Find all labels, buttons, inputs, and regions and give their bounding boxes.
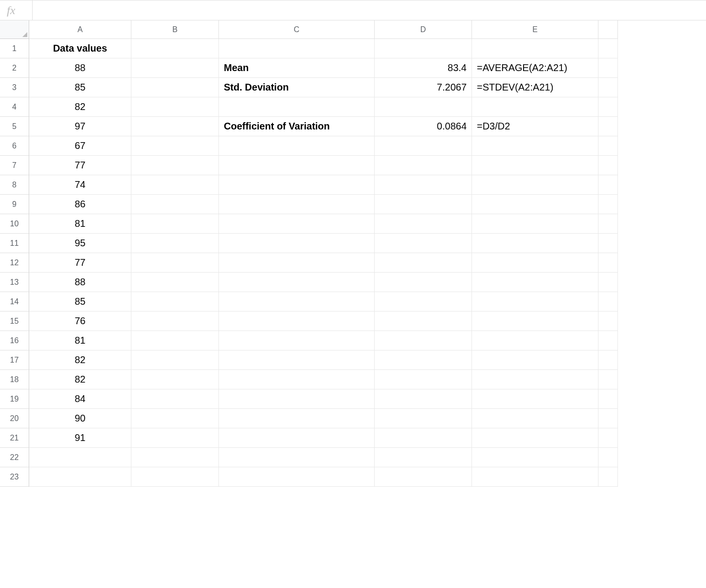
formula-input[interactable] bbox=[32, 0, 701, 20]
cell-F17[interactable] bbox=[598, 350, 618, 370]
cell-B16[interactable] bbox=[131, 331, 219, 350]
cell-A12[interactable]: 77 bbox=[29, 253, 131, 273]
cell-C15[interactable] bbox=[219, 312, 375, 331]
cell-B5[interactable] bbox=[131, 117, 219, 136]
cell-B10[interactable] bbox=[131, 214, 219, 234]
cell-B9[interactable] bbox=[131, 195, 219, 214]
cell-E15[interactable] bbox=[472, 312, 598, 331]
cell-D14[interactable] bbox=[375, 292, 472, 312]
cell-B13[interactable] bbox=[131, 273, 219, 292]
cell-C2[interactable]: Mean bbox=[219, 58, 375, 78]
cell-C1[interactable] bbox=[219, 39, 375, 58]
cell-D6[interactable] bbox=[375, 136, 472, 156]
cell-B14[interactable] bbox=[131, 292, 219, 312]
row-header-22[interactable]: 22 bbox=[0, 448, 29, 467]
cell-E7[interactable] bbox=[472, 156, 598, 175]
cell-D5[interactable]: 0.0864 bbox=[375, 117, 472, 136]
row-header-4[interactable]: 4 bbox=[0, 97, 29, 117]
cell-D9[interactable] bbox=[375, 195, 472, 214]
cell-B18[interactable] bbox=[131, 370, 219, 389]
cell-B15[interactable] bbox=[131, 312, 219, 331]
cell-E19[interactable] bbox=[472, 389, 598, 409]
cell-D7[interactable] bbox=[375, 156, 472, 175]
cell-E5[interactable]: =D3/D2 bbox=[472, 117, 598, 136]
cell-F3[interactable] bbox=[598, 78, 618, 97]
row-header-23[interactable]: 23 bbox=[0, 467, 29, 487]
cell-F4[interactable] bbox=[598, 97, 618, 117]
cell-F5[interactable] bbox=[598, 117, 618, 136]
row-header-17[interactable]: 17 bbox=[0, 350, 29, 370]
cell-F8[interactable] bbox=[598, 175, 618, 195]
col-header-B[interactable]: B bbox=[131, 20, 219, 39]
row-header-15[interactable]: 15 bbox=[0, 312, 29, 331]
cell-F22[interactable] bbox=[598, 448, 618, 467]
cell-C17[interactable] bbox=[219, 350, 375, 370]
cell-A2[interactable]: 88 bbox=[29, 58, 131, 78]
cell-B8[interactable] bbox=[131, 175, 219, 195]
cell-E2[interactable]: =AVERAGE(A2:A21) bbox=[472, 58, 598, 78]
cell-D8[interactable] bbox=[375, 175, 472, 195]
row-header-8[interactable]: 8 bbox=[0, 175, 29, 195]
cell-D19[interactable] bbox=[375, 389, 472, 409]
cell-F6[interactable] bbox=[598, 136, 618, 156]
row-header-5[interactable]: 5 bbox=[0, 117, 29, 136]
cell-B11[interactable] bbox=[131, 234, 219, 253]
cell-A4[interactable]: 82 bbox=[29, 97, 131, 117]
cell-D21[interactable] bbox=[375, 428, 472, 448]
cell-A3[interactable]: 85 bbox=[29, 78, 131, 97]
row-header-19[interactable]: 19 bbox=[0, 389, 29, 409]
col-header-C[interactable]: C bbox=[219, 20, 375, 39]
cell-F11[interactable] bbox=[598, 234, 618, 253]
cell-F14[interactable] bbox=[598, 292, 618, 312]
cell-E3[interactable]: =STDEV(A2:A21) bbox=[472, 78, 598, 97]
cell-A13[interactable]: 88 bbox=[29, 273, 131, 292]
cell-B12[interactable] bbox=[131, 253, 219, 273]
cell-D3[interactable]: 7.2067 bbox=[375, 78, 472, 97]
row-header-10[interactable]: 10 bbox=[0, 214, 29, 234]
cell-B2[interactable] bbox=[131, 58, 219, 78]
cell-E18[interactable] bbox=[472, 370, 598, 389]
cell-C21[interactable] bbox=[219, 428, 375, 448]
cell-A18[interactable]: 82 bbox=[29, 370, 131, 389]
row-header-14[interactable]: 14 bbox=[0, 292, 29, 312]
cell-E22[interactable] bbox=[472, 448, 598, 467]
row-header-20[interactable]: 20 bbox=[0, 409, 29, 428]
cell-C23[interactable] bbox=[219, 467, 375, 487]
cell-A6[interactable]: 67 bbox=[29, 136, 131, 156]
cell-B21[interactable] bbox=[131, 428, 219, 448]
row-header-16[interactable]: 16 bbox=[0, 331, 29, 350]
cell-C11[interactable] bbox=[219, 234, 375, 253]
row-header-21[interactable]: 21 bbox=[0, 428, 29, 448]
cell-E23[interactable] bbox=[472, 467, 598, 487]
cell-E20[interactable] bbox=[472, 409, 598, 428]
cell-D20[interactable] bbox=[375, 409, 472, 428]
cell-D11[interactable] bbox=[375, 234, 472, 253]
cell-C14[interactable] bbox=[219, 292, 375, 312]
cell-F15[interactable] bbox=[598, 312, 618, 331]
cell-D18[interactable] bbox=[375, 370, 472, 389]
col-header-F[interactable] bbox=[598, 20, 618, 39]
cell-C22[interactable] bbox=[219, 448, 375, 467]
cell-E9[interactable] bbox=[472, 195, 598, 214]
cell-A15[interactable]: 76 bbox=[29, 312, 131, 331]
cell-A5[interactable]: 97 bbox=[29, 117, 131, 136]
cell-F21[interactable] bbox=[598, 428, 618, 448]
col-header-A[interactable]: A bbox=[29, 20, 131, 39]
cell-E12[interactable] bbox=[472, 253, 598, 273]
cell-C12[interactable] bbox=[219, 253, 375, 273]
cell-B6[interactable] bbox=[131, 136, 219, 156]
cell-C16[interactable] bbox=[219, 331, 375, 350]
row-header-11[interactable]: 11 bbox=[0, 234, 29, 253]
cell-F10[interactable] bbox=[598, 214, 618, 234]
cell-A22[interactable] bbox=[29, 448, 131, 467]
cell-E10[interactable] bbox=[472, 214, 598, 234]
cell-F23[interactable] bbox=[598, 467, 618, 487]
cell-B19[interactable] bbox=[131, 389, 219, 409]
cell-E13[interactable] bbox=[472, 273, 598, 292]
cell-F18[interactable] bbox=[598, 370, 618, 389]
cell-E6[interactable] bbox=[472, 136, 598, 156]
cell-E21[interactable] bbox=[472, 428, 598, 448]
cell-F19[interactable] bbox=[598, 389, 618, 409]
cell-C5[interactable]: Coefficient of Variation bbox=[219, 117, 375, 136]
cell-A11[interactable]: 95 bbox=[29, 234, 131, 253]
